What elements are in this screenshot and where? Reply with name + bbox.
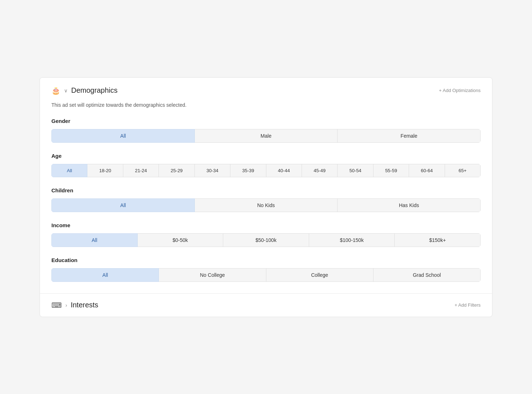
education-options: All No College College Grad School <box>51 268 481 282</box>
age-18-20-button[interactable]: 18-20 <box>87 164 123 177</box>
chevron-down-icon[interactable]: ∨ <box>64 88 68 93</box>
interests-section: ⌨ › Interests + Add Filters <box>40 294 492 317</box>
education-all-button[interactable]: All <box>51 268 159 282</box>
demographics-section: 🎂 ∨ Demographics + Add Optimizations Thi… <box>40 78 492 294</box>
age-40-44-button[interactable]: 40-44 <box>266 164 302 177</box>
income-all-button[interactable]: All <box>51 233 138 247</box>
income-150k-plus-button[interactable]: $150k+ <box>395 233 481 247</box>
education-grad-school-button[interactable]: Grad School <box>373 268 481 282</box>
demographics-description: This ad set will optimize towards the de… <box>51 102 481 108</box>
income-label: Income <box>51 222 481 228</box>
income-group: Income All $0-50k $50-100k $100-150k $15… <box>51 222 481 247</box>
add-filters-button[interactable]: + Add Filters <box>454 302 481 308</box>
children-label: Children <box>51 187 481 193</box>
gender-female-button[interactable]: Female <box>338 129 481 143</box>
demographics-icon: 🎂 <box>51 86 60 95</box>
interests-title: Interests <box>71 301 98 309</box>
demographics-card: 🎂 ∨ Demographics + Add Optimizations Thi… <box>40 77 492 317</box>
age-21-24-button[interactable]: 21-24 <box>123 164 159 177</box>
age-55-59-button[interactable]: 55-59 <box>373 164 409 177</box>
income-options: All $0-50k $50-100k $100-150k $150k+ <box>51 233 481 247</box>
age-label: Age <box>51 153 481 159</box>
education-no-college-button[interactable]: No College <box>159 268 266 282</box>
interests-icon: ⌨ <box>51 301 62 310</box>
interests-header-left: ⌨ › Interests <box>51 301 98 310</box>
add-optimizations-button[interactable]: + Add Optimizations <box>439 88 481 93</box>
education-label: Education <box>51 257 481 263</box>
income-50-100k-button[interactable]: $50-100k <box>223 233 309 247</box>
gender-label: Gender <box>51 118 481 124</box>
age-35-39-button[interactable]: 35-39 <box>230 164 266 177</box>
gender-group: Gender All Male Female <box>51 118 481 143</box>
age-30-34-button[interactable]: 30-34 <box>195 164 230 177</box>
age-65-plus-button[interactable]: 65+ <box>445 164 481 177</box>
income-0-50k-button[interactable]: $0-50k <box>138 233 224 247</box>
age-options: All 18-20 21-24 25-29 30-34 35-39 40-44 … <box>51 164 481 177</box>
age-all-button[interactable]: All <box>51 164 87 177</box>
demographics-title: Demographics <box>71 86 118 95</box>
age-45-49-button[interactable]: 45-49 <box>302 164 338 177</box>
demographics-header-left: 🎂 ∨ Demographics <box>51 86 118 95</box>
gender-male-button[interactable]: Male <box>195 129 338 143</box>
demographics-header: 🎂 ∨ Demographics + Add Optimizations <box>51 86 481 95</box>
age-25-29-button[interactable]: 25-29 <box>159 164 194 177</box>
education-college-button[interactable]: College <box>266 268 373 282</box>
gender-all-button[interactable]: All <box>51 129 195 143</box>
gender-options: All Male Female <box>51 129 481 143</box>
age-50-54-button[interactable]: 50-54 <box>338 164 373 177</box>
children-all-button[interactable]: All <box>51 198 195 212</box>
children-group: Children All No Kids Has Kids <box>51 187 481 212</box>
chevron-right-icon[interactable]: › <box>65 302 67 308</box>
children-options: All No Kids Has Kids <box>51 198 481 212</box>
education-group: Education All No College College Grad Sc… <box>51 257 481 282</box>
age-group: Age All 18-20 21-24 25-29 30-34 35-39 40… <box>51 153 481 177</box>
children-no-kids-button[interactable]: No Kids <box>195 198 338 212</box>
age-60-64-button[interactable]: 60-64 <box>409 164 445 177</box>
children-has-kids-button[interactable]: Has Kids <box>338 198 481 212</box>
income-100-150k-button[interactable]: $100-150k <box>309 233 395 247</box>
